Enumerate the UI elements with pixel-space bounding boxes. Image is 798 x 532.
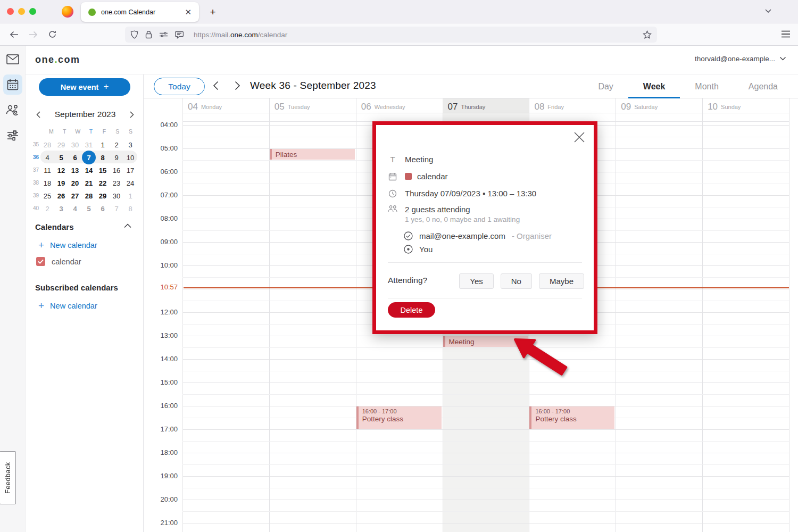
hour-line bbox=[182, 429, 789, 430]
event-pilates[interactable]: Pilates bbox=[270, 149, 355, 160]
rsvp-maybe-button[interactable]: Maybe bbox=[539, 273, 584, 289]
new-tab-button[interactable]: + bbox=[205, 5, 220, 20]
mini-cal-day[interactable]: 18 bbox=[40, 176, 54, 190]
mini-cal-day[interactable]: 21 bbox=[82, 176, 96, 190]
mini-cal-day[interactable]: 1 bbox=[96, 138, 110, 152]
mini-cal-day[interactable]: 7 bbox=[82, 151, 96, 164]
mini-cal-day[interactable]: 26 bbox=[54, 189, 68, 203]
day-header-wednesday[interactable]: 06Wednesday bbox=[356, 98, 443, 113]
mini-cal-day[interactable]: 29 bbox=[96, 189, 110, 203]
next-week-icon[interactable] bbox=[235, 81, 240, 90]
mini-cal-day[interactable]: 5 bbox=[82, 202, 96, 215]
view-tab-month[interactable]: Month bbox=[680, 74, 733, 98]
day-header-thursday[interactable]: 07Thursday bbox=[443, 98, 529, 113]
mini-cal-day[interactable]: 2 bbox=[110, 138, 123, 152]
day-header-friday[interactable]: 08Friday bbox=[529, 98, 616, 113]
feedback-button[interactable]: Feedback bbox=[0, 451, 16, 504]
modal-close-icon[interactable] bbox=[573, 131, 585, 143]
forward-button[interactable] bbox=[24, 27, 41, 42]
new-subscribed-calendar-link[interactable]: + New calendar bbox=[38, 300, 97, 312]
mini-cal-day[interactable]: 30 bbox=[68, 138, 82, 152]
mini-cal-day[interactable]: 1 bbox=[123, 189, 137, 203]
tab-list-chevron-icon[interactable] bbox=[764, 6, 772, 15]
calendar-checkbox[interactable] bbox=[36, 257, 45, 266]
contacts-icon[interactable] bbox=[6, 103, 20, 116]
view-tab-agenda[interactable]: Agenda bbox=[734, 74, 793, 98]
firefox-icon[interactable] bbox=[62, 6, 73, 18]
new-event-button[interactable]: New event+ bbox=[39, 78, 130, 96]
mini-cal-day[interactable]: 15 bbox=[96, 163, 110, 177]
mini-cal-next-icon[interactable] bbox=[127, 111, 137, 118]
collapse-chevron-icon[interactable] bbox=[124, 223, 131, 228]
mini-cal-day[interactable]: 17 bbox=[123, 163, 137, 177]
lock-icon[interactable] bbox=[145, 30, 152, 39]
mini-cal-day[interactable]: 2 bbox=[40, 202, 54, 215]
account-menu[interactable]: thorvald@one-example... bbox=[695, 55, 786, 63]
zoom-window-button[interactable] bbox=[29, 8, 36, 15]
mini-cal-day[interactable]: 6 bbox=[96, 202, 110, 215]
mini-cal-day[interactable]: 22 bbox=[96, 176, 110, 190]
mini-cal-day[interactable]: 8 bbox=[123, 202, 137, 215]
rsvp-no-button[interactable]: No bbox=[501, 273, 532, 289]
mini-cal-day[interactable]: 20 bbox=[68, 176, 82, 190]
mini-cal-day[interactable]: 5 bbox=[54, 151, 68, 164]
view-tab-week[interactable]: Week bbox=[628, 74, 680, 98]
mail-icon[interactable] bbox=[6, 54, 19, 64]
half-hour-line bbox=[182, 441, 789, 442]
day-header-sunday[interactable]: 10Sunday bbox=[702, 98, 789, 113]
mini-cal-day[interactable]: 10 bbox=[123, 151, 137, 164]
url-bar[interactable]: https://mail.one.com/calendar bbox=[125, 27, 657, 43]
reload-button[interactable] bbox=[44, 27, 61, 42]
view-tab-day[interactable]: Day bbox=[583, 74, 628, 98]
half-hour-line bbox=[182, 418, 789, 418]
mini-cal-day[interactable]: 19 bbox=[54, 176, 68, 190]
permissions-icon[interactable] bbox=[159, 31, 168, 38]
event-meeting[interactable]: Meeting bbox=[443, 336, 528, 347]
shield-icon[interactable] bbox=[130, 30, 138, 39]
mini-cal-day[interactable]: 12 bbox=[54, 163, 68, 177]
tab-close-icon[interactable]: ✕ bbox=[182, 6, 194, 18]
mini-cal-day[interactable]: 9 bbox=[110, 151, 123, 164]
day-header-monday[interactable]: 04Monday bbox=[182, 98, 269, 113]
mini-cal-day[interactable]: 27 bbox=[68, 189, 82, 203]
mini-cal-day[interactable]: 29 bbox=[54, 138, 68, 152]
page-actions-bubble-icon[interactable] bbox=[175, 31, 184, 39]
mini-cal-day[interactable]: 6 bbox=[68, 151, 82, 164]
mini-cal-day[interactable]: 28 bbox=[40, 138, 54, 152]
event-pottery-class[interactable]: 16:00 - 17:00Pottery class bbox=[356, 406, 442, 429]
mini-cal-day[interactable]: 4 bbox=[40, 151, 54, 164]
new-calendar-link[interactable]: + New calendar bbox=[38, 239, 97, 251]
mini-cal-day[interactable]: 30 bbox=[110, 189, 123, 203]
prev-week-icon[interactable] bbox=[213, 81, 219, 90]
minimize-window-button[interactable] bbox=[18, 8, 25, 15]
calendar-icon[interactable] bbox=[7, 79, 19, 90]
mini-cal-day[interactable]: 3 bbox=[123, 138, 137, 152]
browser-tab[interactable]: one.com Calendar ✕ bbox=[81, 2, 199, 22]
day-header-saturday[interactable]: 09Saturday bbox=[616, 98, 702, 113]
mini-cal-day[interactable]: 25 bbox=[40, 189, 54, 203]
back-button[interactable] bbox=[5, 27, 22, 42]
plus-icon: + bbox=[38, 239, 44, 251]
mini-cal-day[interactable]: 3 bbox=[54, 202, 68, 215]
mini-cal-day[interactable]: 13 bbox=[68, 163, 82, 177]
day-header-tuesday[interactable]: 05Tuesday bbox=[269, 98, 356, 113]
mini-cal-prev-icon[interactable] bbox=[33, 111, 44, 118]
mini-cal-day[interactable]: 7 bbox=[110, 202, 123, 215]
mini-cal-day[interactable]: 4 bbox=[68, 202, 82, 215]
menu-hamburger-icon[interactable] bbox=[781, 30, 791, 38]
mini-cal-day[interactable]: 14 bbox=[82, 163, 96, 177]
today-button[interactable]: Today bbox=[154, 78, 205, 95]
mini-cal-day[interactable]: 24 bbox=[123, 176, 137, 190]
mini-cal-day[interactable]: 31 bbox=[82, 138, 96, 152]
mini-cal-day[interactable]: 11 bbox=[40, 163, 54, 177]
mini-cal-day[interactable]: 23 bbox=[110, 176, 123, 190]
bookmark-star-icon[interactable] bbox=[643, 30, 652, 39]
delete-button[interactable]: Delete bbox=[388, 302, 435, 318]
mini-cal-day[interactable]: 8 bbox=[96, 151, 110, 164]
mini-cal-day[interactable]: 16 bbox=[110, 163, 123, 177]
rsvp-yes-button[interactable]: Yes bbox=[459, 273, 493, 289]
close-window-button[interactable] bbox=[7, 8, 14, 15]
mini-cal-day[interactable]: 28 bbox=[82, 189, 96, 203]
settings-sliders-icon[interactable] bbox=[6, 129, 19, 142]
event-pottery-class[interactable]: 16:00 - 17:00Pottery class bbox=[529, 406, 614, 429]
